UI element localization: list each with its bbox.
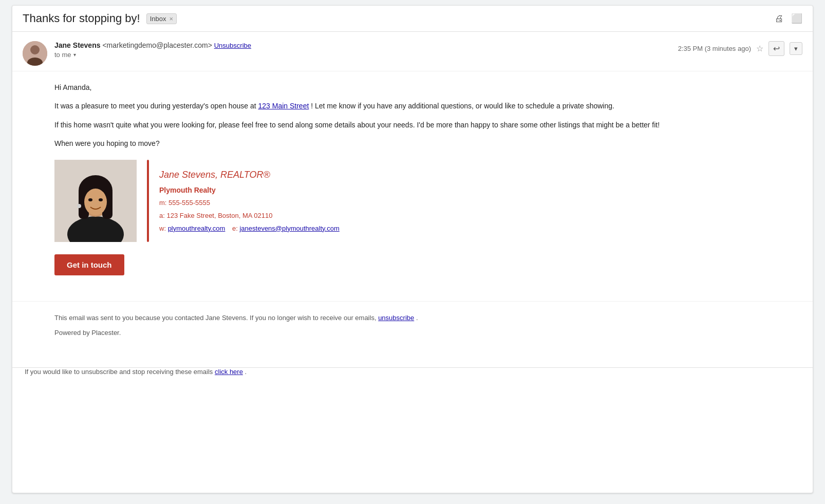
avatar [23,41,47,66]
svg-point-1 [30,45,40,54]
sig-company: Plymouth Realty [159,184,340,196]
timestamp: 2:35 PM (3 minutes ago) [678,45,751,52]
sig-web: w: plymouthrealty.com e: janestevens@ply… [159,223,340,234]
email-subject-area: Thanks for stopping by! Inbox × [23,12,177,25]
website-link[interactable]: plymouthrealty.com [168,225,226,232]
svg-point-13 [77,204,81,208]
inbox-badge: Inbox × [146,13,177,24]
get-in-touch-button[interactable]: Get in touch [54,254,124,275]
inbox-badge-close[interactable]: × [170,15,174,23]
email-subject: Thanks for stopping by! [23,12,140,25]
click-here-link[interactable]: click here [215,368,243,376]
new-window-icon[interactable]: ⬜ [791,13,802,24]
sig-name: Jane Stevens, REALTOR® [159,167,340,182]
sender-name-line: Jane Stevens <marketingdemo@placester.co… [54,41,251,49]
timestamp-area: 2:35 PM (3 minutes ago) ☆ ↩ ▾ [678,41,802,56]
sender-email: <marketingdemo@placester.com> [102,41,212,49]
paragraph2: If this home wasn't quite what you were … [54,119,800,130]
street-link[interactable]: 123 Main Street [258,102,309,110]
email-footer: This email was sent to you because you c… [12,301,813,352]
to-me-dropdown-icon[interactable]: ▾ [73,52,76,58]
more-options-button[interactable]: ▾ [790,42,802,55]
svg-point-11 [88,198,92,201]
sig-info: Jane Stevens, REALTOR® Plymouth Realty m… [159,160,340,242]
inbox-badge-label: Inbox [150,15,166,23]
sender-name: Jane Stevens [54,41,101,49]
sender-area: Jane Stevens <marketingdemo@placester.co… [23,41,251,66]
footer-line2: Powered by Placester. [54,327,800,339]
sig-email-link[interactable]: janestevens@plymouthrealty.com [239,225,339,232]
to-me: to me ▾ [54,51,251,59]
header-icons: 🖨 ⬜ [775,13,802,24]
email-header-bar: Thanks for stopping by! Inbox × 🖨 ⬜ [12,6,813,32]
signature-block: Jane Stevens, REALTOR® Plymouth Realty m… [54,160,800,242]
print-icon[interactable]: 🖨 [775,13,784,24]
svg-point-10 [84,189,107,215]
sig-photo [54,160,137,242]
footer-unsubscribe-link[interactable]: unsubscribe [378,314,414,322]
reply-button[interactable]: ↩ [768,41,784,56]
star-icon[interactable]: ☆ [756,44,763,53]
unsubscribe-footer: If you would like to unsubscribe and sto… [12,367,813,386]
paragraph1: It was a pleasure to meet you during yes… [54,100,800,111]
greeting: Hi Amanda, [54,82,800,93]
unsubscribe-link[interactable]: Unsubscribe [214,42,251,49]
footer-line1: This email was sent to you because you c… [54,312,800,324]
email-window: Thanks for stopping by! Inbox × 🖨 ⬜ [12,5,813,493]
email-body: Hi Amanda, It was a pleasure to meet you… [12,71,813,301]
sig-phone: m: 555-555-5555 [159,198,340,209]
sig-address: a: 123 Fake Street, Boston, MA 02110 [159,211,340,221]
paragraph3: When were you hoping to move? [54,138,800,149]
svg-point-12 [99,198,103,201]
sig-divider [147,160,149,242]
email-meta: Jane Stevens <marketingdemo@placester.co… [12,32,813,71]
sender-info: Jane Stevens <marketingdemo@placester.co… [54,41,251,59]
